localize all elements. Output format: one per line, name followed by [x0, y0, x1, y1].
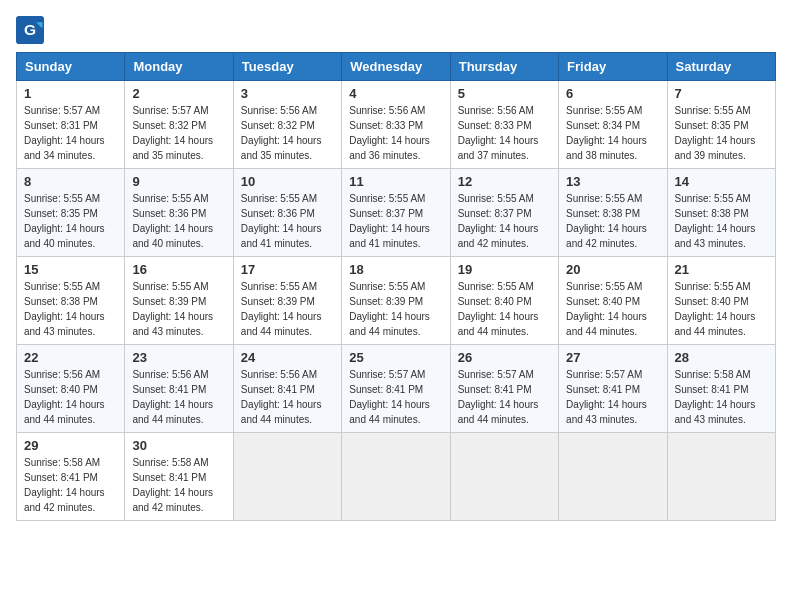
day-number: 29	[24, 438, 117, 453]
calendar-cell: 28 Sunrise: 5:58 AMSunset: 8:41 PMDaylig…	[667, 345, 775, 433]
day-number: 16	[132, 262, 225, 277]
weekday-header-wednesday: Wednesday	[342, 53, 450, 81]
day-number: 20	[566, 262, 659, 277]
day-number: 13	[566, 174, 659, 189]
calendar-cell: 14 Sunrise: 5:55 AMSunset: 8:38 PMDaylig…	[667, 169, 775, 257]
calendar-cell	[233, 433, 341, 521]
calendar-cell: 26 Sunrise: 5:57 AMSunset: 8:41 PMDaylig…	[450, 345, 558, 433]
day-number: 5	[458, 86, 551, 101]
day-info: Sunrise: 5:57 AMSunset: 8:41 PMDaylight:…	[458, 369, 539, 425]
weekday-header-thursday: Thursday	[450, 53, 558, 81]
day-number: 4	[349, 86, 442, 101]
day-info: Sunrise: 5:55 AMSunset: 8:37 PMDaylight:…	[458, 193, 539, 249]
day-info: Sunrise: 5:55 AMSunset: 8:39 PMDaylight:…	[132, 281, 213, 337]
calendar-body: 1 Sunrise: 5:57 AMSunset: 8:31 PMDayligh…	[17, 81, 776, 521]
day-info: Sunrise: 5:56 AMSunset: 8:33 PMDaylight:…	[458, 105, 539, 161]
calendar-cell: 24 Sunrise: 5:56 AMSunset: 8:41 PMDaylig…	[233, 345, 341, 433]
calendar-cell	[667, 433, 775, 521]
day-info: Sunrise: 5:55 AMSunset: 8:38 PMDaylight:…	[24, 281, 105, 337]
day-number: 15	[24, 262, 117, 277]
day-number: 12	[458, 174, 551, 189]
day-info: Sunrise: 5:55 AMSunset: 8:36 PMDaylight:…	[132, 193, 213, 249]
day-number: 26	[458, 350, 551, 365]
calendar-cell: 25 Sunrise: 5:57 AMSunset: 8:41 PMDaylig…	[342, 345, 450, 433]
day-number: 24	[241, 350, 334, 365]
day-info: Sunrise: 5:55 AMSunset: 8:38 PMDaylight:…	[675, 193, 756, 249]
day-number: 14	[675, 174, 768, 189]
calendar-week-row: 1 Sunrise: 5:57 AMSunset: 8:31 PMDayligh…	[17, 81, 776, 169]
calendar-week-row: 22 Sunrise: 5:56 AMSunset: 8:40 PMDaylig…	[17, 345, 776, 433]
calendar-cell: 22 Sunrise: 5:56 AMSunset: 8:40 PMDaylig…	[17, 345, 125, 433]
calendar-cell: 18 Sunrise: 5:55 AMSunset: 8:39 PMDaylig…	[342, 257, 450, 345]
day-number: 21	[675, 262, 768, 277]
day-info: Sunrise: 5:55 AMSunset: 8:35 PMDaylight:…	[24, 193, 105, 249]
day-number: 30	[132, 438, 225, 453]
day-info: Sunrise: 5:55 AMSunset: 8:40 PMDaylight:…	[566, 281, 647, 337]
day-info: Sunrise: 5:55 AMSunset: 8:37 PMDaylight:…	[349, 193, 430, 249]
day-info: Sunrise: 5:56 AMSunset: 8:33 PMDaylight:…	[349, 105, 430, 161]
day-number: 9	[132, 174, 225, 189]
calendar-header-row: SundayMondayTuesdayWednesdayThursdayFrid…	[17, 53, 776, 81]
day-info: Sunrise: 5:56 AMSunset: 8:32 PMDaylight:…	[241, 105, 322, 161]
page-header: G	[16, 16, 776, 44]
day-info: Sunrise: 5:58 AMSunset: 8:41 PMDaylight:…	[132, 457, 213, 513]
day-number: 10	[241, 174, 334, 189]
day-number: 7	[675, 86, 768, 101]
calendar-table: SundayMondayTuesdayWednesdayThursdayFrid…	[16, 52, 776, 521]
calendar-week-row: 29 Sunrise: 5:58 AMSunset: 8:41 PMDaylig…	[17, 433, 776, 521]
weekday-header-friday: Friday	[559, 53, 667, 81]
logo: G	[16, 16, 48, 44]
day-info: Sunrise: 5:56 AMSunset: 8:41 PMDaylight:…	[241, 369, 322, 425]
day-info: Sunrise: 5:55 AMSunset: 8:39 PMDaylight:…	[349, 281, 430, 337]
day-number: 27	[566, 350, 659, 365]
weekday-header-monday: Monday	[125, 53, 233, 81]
calendar-cell: 7 Sunrise: 5:55 AMSunset: 8:35 PMDayligh…	[667, 81, 775, 169]
calendar-cell: 15 Sunrise: 5:55 AMSunset: 8:38 PMDaylig…	[17, 257, 125, 345]
day-number: 1	[24, 86, 117, 101]
day-number: 28	[675, 350, 768, 365]
day-number: 3	[241, 86, 334, 101]
calendar-cell: 3 Sunrise: 5:56 AMSunset: 8:32 PMDayligh…	[233, 81, 341, 169]
calendar-cell: 13 Sunrise: 5:55 AMSunset: 8:38 PMDaylig…	[559, 169, 667, 257]
calendar-cell: 8 Sunrise: 5:55 AMSunset: 8:35 PMDayligh…	[17, 169, 125, 257]
day-info: Sunrise: 5:58 AMSunset: 8:41 PMDaylight:…	[675, 369, 756, 425]
day-info: Sunrise: 5:55 AMSunset: 8:34 PMDaylight:…	[566, 105, 647, 161]
calendar-cell: 12 Sunrise: 5:55 AMSunset: 8:37 PMDaylig…	[450, 169, 558, 257]
calendar-cell: 19 Sunrise: 5:55 AMSunset: 8:40 PMDaylig…	[450, 257, 558, 345]
logo-icon: G	[16, 16, 44, 44]
calendar-cell: 5 Sunrise: 5:56 AMSunset: 8:33 PMDayligh…	[450, 81, 558, 169]
calendar-cell: 10 Sunrise: 5:55 AMSunset: 8:36 PMDaylig…	[233, 169, 341, 257]
day-number: 25	[349, 350, 442, 365]
day-number: 19	[458, 262, 551, 277]
calendar-cell: 4 Sunrise: 5:56 AMSunset: 8:33 PMDayligh…	[342, 81, 450, 169]
day-number: 17	[241, 262, 334, 277]
day-number: 8	[24, 174, 117, 189]
day-number: 18	[349, 262, 442, 277]
day-number: 22	[24, 350, 117, 365]
weekday-header-saturday: Saturday	[667, 53, 775, 81]
calendar-week-row: 8 Sunrise: 5:55 AMSunset: 8:35 PMDayligh…	[17, 169, 776, 257]
day-info: Sunrise: 5:56 AMSunset: 8:41 PMDaylight:…	[132, 369, 213, 425]
day-info: Sunrise: 5:57 AMSunset: 8:41 PMDaylight:…	[349, 369, 430, 425]
day-number: 6	[566, 86, 659, 101]
calendar-cell: 17 Sunrise: 5:55 AMSunset: 8:39 PMDaylig…	[233, 257, 341, 345]
calendar-cell: 29 Sunrise: 5:58 AMSunset: 8:41 PMDaylig…	[17, 433, 125, 521]
day-info: Sunrise: 5:55 AMSunset: 8:40 PMDaylight:…	[675, 281, 756, 337]
calendar-cell: 6 Sunrise: 5:55 AMSunset: 8:34 PMDayligh…	[559, 81, 667, 169]
calendar-cell	[559, 433, 667, 521]
calendar-cell: 30 Sunrise: 5:58 AMSunset: 8:41 PMDaylig…	[125, 433, 233, 521]
calendar-cell: 16 Sunrise: 5:55 AMSunset: 8:39 PMDaylig…	[125, 257, 233, 345]
svg-text:G: G	[24, 21, 36, 38]
day-info: Sunrise: 5:55 AMSunset: 8:39 PMDaylight:…	[241, 281, 322, 337]
calendar-week-row: 15 Sunrise: 5:55 AMSunset: 8:38 PMDaylig…	[17, 257, 776, 345]
weekday-header-tuesday: Tuesday	[233, 53, 341, 81]
calendar-cell	[342, 433, 450, 521]
calendar-cell: 9 Sunrise: 5:55 AMSunset: 8:36 PMDayligh…	[125, 169, 233, 257]
calendar-cell: 21 Sunrise: 5:55 AMSunset: 8:40 PMDaylig…	[667, 257, 775, 345]
weekday-header-sunday: Sunday	[17, 53, 125, 81]
day-info: Sunrise: 5:56 AMSunset: 8:40 PMDaylight:…	[24, 369, 105, 425]
calendar-cell: 11 Sunrise: 5:55 AMSunset: 8:37 PMDaylig…	[342, 169, 450, 257]
day-number: 11	[349, 174, 442, 189]
day-info: Sunrise: 5:58 AMSunset: 8:41 PMDaylight:…	[24, 457, 105, 513]
calendar-cell: 1 Sunrise: 5:57 AMSunset: 8:31 PMDayligh…	[17, 81, 125, 169]
